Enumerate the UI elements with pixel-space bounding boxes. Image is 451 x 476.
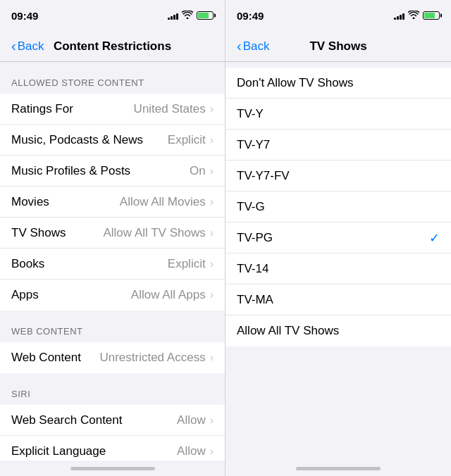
chevron-icon: ›	[210, 103, 214, 115]
left-signal-icon	[168, 12, 178, 20]
left-status-bar: 09:49	[0, 0, 225, 31]
right-back-chevron-icon: ‹	[237, 39, 242, 53]
right-panel: 09:49 ‹ Back	[226, 0, 451, 476]
section-header-siri: SIRI	[0, 373, 225, 405]
right-status-bar: 09:49	[226, 0, 451, 31]
row-web-search-content[interactable]: Web Search Content Allow ›	[0, 405, 225, 436]
right-status-icons	[394, 11, 440, 21]
section-header-allowed-store: ALLOWED STORE CONTENT	[0, 62, 225, 94]
row-apps[interactable]: Apps Allow All Apps ›	[0, 280, 225, 311]
chevron-icon: ›	[210, 134, 214, 146]
row-books[interactable]: Books Explicit ›	[0, 249, 225, 280]
right-home-indicator	[226, 461, 451, 476]
checkmark-icon: ✓	[429, 230, 440, 246]
left-wifi-icon	[182, 11, 193, 21]
left-content: ALLOWED STORE CONTENT Ratings For United…	[0, 62, 225, 461]
chevron-icon: ›	[210, 165, 214, 177]
siri-group: Web Search Content Allow › Explicit Lang…	[0, 405, 225, 461]
row-tv-shows[interactable]: TV Shows Allow All TV Shows ›	[0, 218, 225, 249]
left-status-icons	[168, 11, 214, 21]
chevron-icon: ›	[210, 351, 214, 364]
left-home-indicator	[0, 461, 225, 476]
left-back-label: Back	[18, 39, 44, 54]
left-battery-icon	[197, 11, 214, 20]
chevron-icon: ›	[210, 258, 214, 270]
left-time: 09:49	[11, 10, 38, 22]
right-nav-title: TV Shows	[309, 39, 366, 54]
right-signal-icon	[394, 12, 404, 20]
tv-row-tv-y[interactable]: TV-Y	[226, 99, 451, 130]
chevron-icon: ›	[210, 414, 214, 427]
section-header-web-content: WEB CONTENT	[0, 311, 225, 342]
right-back-button[interactable]: ‹ Back	[237, 39, 269, 54]
tv-row-dont-allow[interactable]: Don't Allow TV Shows	[226, 68, 451, 99]
row-web-content[interactable]: Web Content Unrestricted Access ›	[0, 342, 225, 373]
tv-row-tv-pg[interactable]: TV-PG ✓	[226, 223, 451, 253]
tv-row-tv-14[interactable]: TV-14	[226, 253, 451, 284]
row-explicit-language[interactable]: Explicit Language Allow ›	[0, 436, 225, 461]
tv-row-tv-g[interactable]: TV-G	[226, 192, 451, 223]
left-nav-title: Content Restrictions	[54, 39, 171, 54]
chevron-icon: ›	[210, 196, 214, 208]
allowed-store-group: Ratings For United States › Music, Podca…	[0, 94, 225, 311]
right-content: Don't Allow TV Shows TV-Y TV-Y7 TV-Y7-FV…	[226, 62, 451, 461]
row-music-profiles[interactable]: Music Profiles & Posts On ›	[0, 156, 225, 187]
row-ratings-for[interactable]: Ratings For United States ›	[0, 94, 225, 125]
right-home-bar	[296, 467, 381, 470]
tv-shows-group: Don't Allow TV Shows TV-Y TV-Y7 TV-Y7-FV…	[226, 68, 451, 346]
left-back-button[interactable]: ‹ Back	[11, 39, 44, 54]
left-home-bar	[70, 467, 155, 470]
web-content-group: Web Content Unrestricted Access ›	[0, 342, 225, 373]
tv-row-tv-ma[interactable]: TV-MA	[226, 284, 451, 315]
left-nav-bar: ‹ Back Content Restrictions	[0, 31, 225, 62]
right-battery-icon	[423, 11, 440, 20]
tv-row-tv-y7[interactable]: TV-Y7	[226, 130, 451, 161]
right-time: 09:49	[237, 10, 264, 22]
chevron-icon: ›	[210, 289, 214, 301]
left-panel: 09:49 ‹ Back	[0, 0, 226, 476]
left-back-chevron-icon: ‹	[11, 39, 16, 53]
right-back-label: Back	[243, 39, 270, 54]
row-movies[interactable]: Movies Allow All Movies ›	[0, 187, 225, 218]
tv-row-tv-y7-fv[interactable]: TV-Y7-FV	[226, 161, 451, 192]
right-nav-bar: ‹ Back TV Shows	[226, 31, 451, 62]
right-wifi-icon	[408, 11, 419, 21]
chevron-icon: ›	[210, 445, 214, 458]
tv-row-allow-all[interactable]: Allow All TV Shows	[226, 315, 451, 346]
row-music-podcasts[interactable]: Music, Podcasts & News Explicit ›	[0, 125, 225, 156]
chevron-icon: ›	[210, 227, 214, 239]
